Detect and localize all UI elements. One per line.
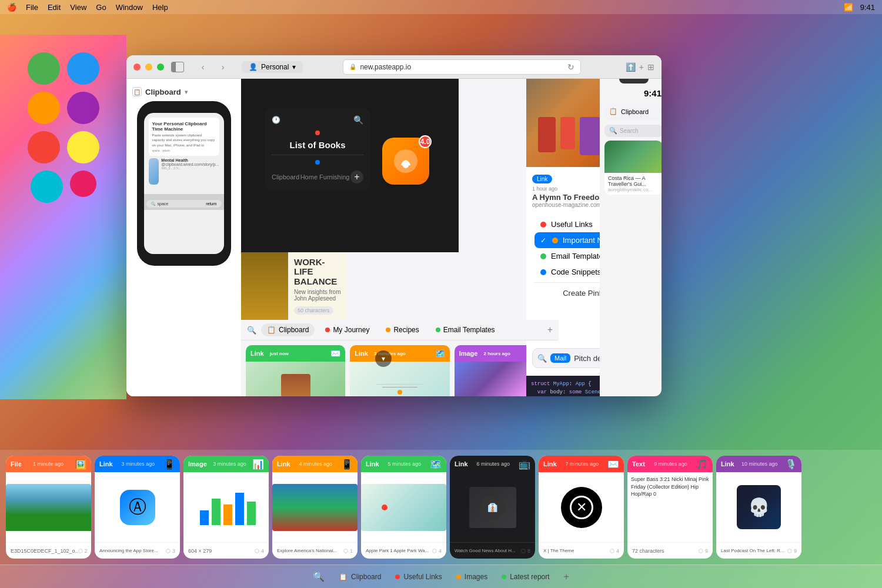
bottom-card-link-email[interactable]: Link just now ✉️ bbox=[246, 345, 345, 396]
books-footer: Clipboard Home Furnishing + bbox=[272, 171, 363, 183]
taskbar-useful-links[interactable]: Useful Links bbox=[395, 573, 442, 581]
link-card-1-time: just now bbox=[270, 351, 289, 356]
tab-clipboard[interactable]: 📋 Clipboard bbox=[261, 323, 315, 336]
clipboard-footer-label: Clipboard bbox=[272, 173, 299, 181]
iphone-search-text: Search bbox=[620, 128, 639, 134]
url-text[interactable]: new.pasteapp.io bbox=[360, 63, 411, 71]
tab-my-journey[interactable]: My Journey bbox=[319, 323, 375, 336]
check-icon: ✓ bbox=[540, 236, 546, 245]
iphone-card-title: Costa Rica — A Traveller's Gui... bbox=[608, 175, 659, 187]
x-footer-text: X | The Theme bbox=[543, 548, 574, 553]
address-bar[interactable]: 🔒 new.pasteapp.io ↻ bbox=[343, 59, 580, 75]
svg-rect-3 bbox=[212, 499, 220, 525]
safari-national-icon: 📱 bbox=[341, 459, 353, 470]
iphone-clipboard-bar[interactable]: 📋 Clipboard bbox=[604, 103, 662, 120]
menu-window[interactable]: Window bbox=[116, 3, 143, 12]
dock-card-file[interactable]: File 1 minute ago 🖼️ E3D15C0EDECF_1_102_… bbox=[6, 456, 91, 559]
reload-button[interactable]: ↻ bbox=[567, 62, 574, 72]
clipboard-dropdown[interactable]: ▾ bbox=[185, 89, 188, 95]
menu-view[interactable]: View bbox=[70, 3, 86, 12]
iphone-card-1[interactable]: Costa Rica — A Traveller's Gui... aomgbi… bbox=[604, 141, 662, 195]
menu-go[interactable]: Go bbox=[96, 3, 106, 12]
balance-panel: WORK-LIFE BALANCE New insights from John… bbox=[241, 252, 347, 320]
taskbar-latest-report[interactable]: Latest report bbox=[502, 573, 549, 581]
phone-mockup: Your Personal Clipboard Time Machine Pas… bbox=[137, 101, 231, 266]
taskbar-search-icon[interactable]: 🔍 bbox=[313, 571, 325, 582]
svg-rect-5 bbox=[235, 493, 244, 525]
share-button[interactable]: ⬆️ bbox=[626, 62, 636, 72]
iphone-clipboard-icon: 📋 bbox=[609, 108, 617, 115]
sidebar-toggle[interactable] bbox=[171, 62, 184, 72]
minimize-button[interactable] bbox=[145, 64, 152, 71]
forward-button[interactable]: › bbox=[215, 61, 231, 73]
iphone-search[interactable]: 🔍 Search bbox=[604, 125, 662, 137]
new-tab-button[interactable]: + bbox=[639, 62, 644, 72]
dock-card-appletv[interactable]: Link 6 minutes ago 📺 👔 Watch Good News A… bbox=[450, 456, 535, 559]
add-tab-button[interactable]: + bbox=[547, 325, 553, 335]
tab-email-templates[interactable]: Email Templates bbox=[430, 323, 501, 336]
clipboard-tab-label: Clipboard bbox=[279, 326, 309, 334]
back-button[interactable]: ‹ bbox=[195, 61, 211, 73]
mail-tag[interactable]: Mail bbox=[550, 353, 570, 363]
close-button[interactable] bbox=[133, 64, 141, 71]
file-card-footer: E3D15C0EDECF_1_102_o.. ⬡2 bbox=[6, 542, 91, 559]
phone-title: Your Personal Clipboard Time Machine bbox=[152, 121, 216, 132]
link-card-1-header: Link just now ✉️ bbox=[246, 345, 345, 362]
taskbar-images-label: Images bbox=[465, 573, 487, 581]
link-card-2-body: Delancey Street bbox=[350, 362, 449, 396]
dock-card-music[interactable]: Text 9 minutes ago 🎵 Super Bass 3:21 Nic… bbox=[627, 456, 713, 559]
national-count: ⬡1 bbox=[343, 548, 353, 554]
menu-help[interactable]: Help bbox=[152, 3, 168, 12]
podcast-app-icon: 🎙️ bbox=[785, 459, 797, 470]
chart-card-body bbox=[183, 472, 269, 542]
scroll-down-button[interactable]: ▾ bbox=[375, 350, 392, 367]
taskbar-images[interactable]: Images bbox=[456, 573, 487, 581]
dock-card-podcast[interactable]: Link 10 minutes ago 🎙️ 💀 Last Podcast On… bbox=[716, 456, 801, 559]
browser-tab[interactable]: 👤 Personal ▾ bbox=[242, 61, 303, 73]
tab-grid-button[interactable]: ⊞ bbox=[647, 62, 654, 72]
email-templates-dot bbox=[540, 253, 546, 259]
apple-menu[interactable]: 🍎 bbox=[7, 3, 16, 12]
applepark-footer-text: Apple Park 1 Apple Park Wa... bbox=[366, 548, 429, 553]
taskbar-clipboard[interactable]: 📋 Clipboard bbox=[339, 573, 381, 581]
podcast-time-label: 10 minutes ago bbox=[741, 461, 778, 467]
iphone-clipboard-label: Clipboard bbox=[621, 108, 649, 115]
person-silhouette bbox=[281, 374, 310, 397]
phone-screen: Your Personal Clipboard Time Machine Pas… bbox=[144, 113, 224, 254]
music-type-label: Text bbox=[632, 460, 645, 467]
x-type-label: Link bbox=[543, 460, 557, 467]
numbers-icon: 📊 bbox=[252, 459, 264, 470]
search-books-icon[interactable]: 🔍 bbox=[353, 115, 363, 125]
menu-file[interactable]: File bbox=[26, 3, 38, 12]
music-card-footer: 72 characters ⬡9 bbox=[627, 542, 713, 559]
tab-recipes[interactable]: Recipes bbox=[380, 323, 425, 336]
maximize-button[interactable] bbox=[157, 64, 164, 71]
chart-size-label: 604 × 279 bbox=[188, 548, 212, 554]
taskbar-clipboard-label: Clipboard bbox=[351, 573, 381, 581]
screenshot-area: ‹ › 👤 Personal ▾ 🔒 new.pasteapp.io ↻ ⬆️ … bbox=[0, 14, 882, 588]
map-bg bbox=[361, 484, 446, 531]
taskbar-useful-links-dot bbox=[395, 574, 400, 579]
national-card-header: Link 4 minutes ago 📱 bbox=[272, 456, 358, 472]
dock-card-chart[interactable]: Image 3 minutes ago 📊 604 × 279 ⬡4 bbox=[183, 456, 269, 559]
app-store-icon: 📱 bbox=[163, 459, 175, 470]
dock-card-map[interactable]: Link 5 minutes ago 🗺️ Apple Park 1 Apple… bbox=[361, 456, 446, 559]
recipes-label: Recipes bbox=[393, 326, 419, 334]
iphone-card-url: aomgbitsymadic.co... bbox=[608, 187, 659, 192]
dock-card-appstore[interactable]: Link 3 minutes ago 📱 Ⓐ Announcing the Ap… bbox=[95, 456, 180, 559]
dock-card-x[interactable]: Link 7 minutes ago ✉️ ✕ X | The Theme ⬡4 bbox=[539, 456, 624, 559]
taskbar-latest-report-label: Latest report bbox=[510, 573, 549, 581]
taskbar-add-button[interactable]: + bbox=[564, 572, 569, 582]
tab-label: Personal bbox=[261, 63, 289, 71]
center-dark-panel: 🕐 🔍 List of Books Clipboard Home Furnish… bbox=[241, 79, 459, 252]
applepark-card-body bbox=[361, 472, 446, 542]
add-pinboard-button[interactable]: + bbox=[350, 171, 363, 183]
bottom-card-link-map[interactable]: Link 3 minutes ago 🗺️ Delancey Street bbox=[350, 345, 449, 396]
menu-edit[interactable]: Edit bbox=[48, 3, 61, 12]
applepark-time-label: 5 minutes ago bbox=[388, 461, 422, 467]
dock-card-national[interactable]: Link 4 minutes ago 📱 Explore America's N… bbox=[272, 456, 358, 559]
tab-dropdown-icon[interactable]: ▾ bbox=[292, 63, 296, 71]
taskbar-strip: 🔍 📋 Clipboard Useful Links Images Latest… bbox=[0, 564, 882, 588]
music-text: Super Bass 3:21 Nicki Minaj Pink Friday … bbox=[631, 476, 709, 498]
tab-search-icon[interactable]: 🔍 bbox=[247, 326, 256, 335]
